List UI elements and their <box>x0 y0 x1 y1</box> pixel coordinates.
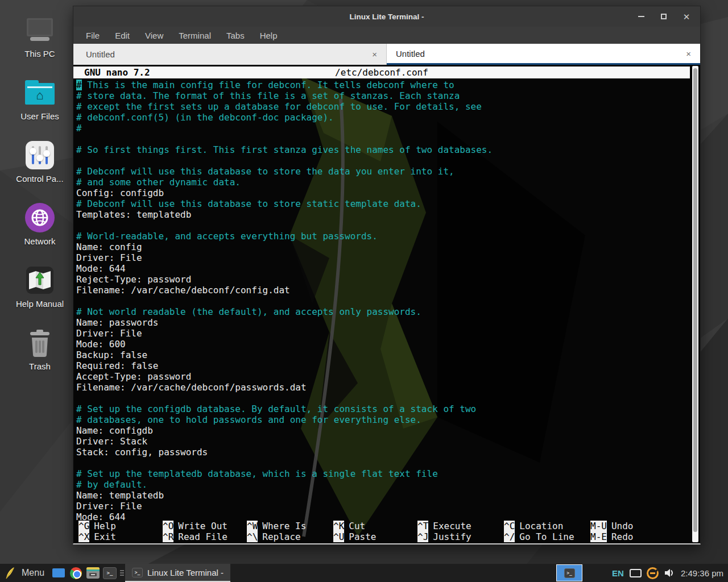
nano-line <box>76 458 690 468</box>
menu-view[interactable]: View <box>143 30 166 41</box>
nano-line: Name: passwords <box>76 317 690 328</box>
nano-line: Config: configdb <box>76 188 690 198</box>
menu-edit[interactable]: Edit <box>113 30 132 41</box>
scrollbar-thumb[interactable] <box>693 68 697 532</box>
tab-bar: Untitled × Untitled × <box>73 44 700 65</box>
maximize-button[interactable] <box>659 12 668 21</box>
tab-close-icon[interactable]: × <box>686 49 691 59</box>
nano-shortcuts-row1: ^GHelp^OWrite Out^WWhere Is^KCut^TExecut… <box>78 521 690 531</box>
terminal-icon: >_ <box>564 568 575 578</box>
nano-line: # Set up the templatedb database, which … <box>76 468 690 479</box>
nano-line: Mode: 644 <box>76 263 690 274</box>
menu-button-label[interactable]: Menu <box>22 568 44 578</box>
network-globe-icon <box>25 201 55 234</box>
nano-line: # So first things first. This first stan… <box>76 144 690 155</box>
computer-icon <box>24 14 56 47</box>
nano-line: Filename: /var/cache/debconf/config.dat <box>76 285 690 296</box>
shortcut-key: ^G <box>78 521 89 531</box>
text-cursor: # <box>76 80 82 90</box>
desktop-icon-control-panel[interactable]: Control Pa... <box>5 139 75 193</box>
nano-line: # <box>76 123 690 134</box>
tray-display-icon[interactable] <box>630 569 642 577</box>
volume-icon[interactable] <box>664 568 675 578</box>
nano-line: # by default. <box>76 479 690 490</box>
linux-lite-logo-icon <box>3 566 16 580</box>
nano-shortcut: ^RRead File <box>163 531 247 542</box>
shortcut-label: Read File <box>178 531 228 542</box>
desktop-icon-label: This PC <box>24 49 55 59</box>
menu-tabs[interactable]: Tabs <box>224 30 247 41</box>
minimize-button[interactable] <box>636 12 646 21</box>
nano-shortcut: ^GHelp <box>78 521 163 531</box>
shortcut-key: M-U <box>590 521 607 531</box>
shortcut-key: ^U <box>333 531 344 542</box>
tray-terminal-button[interactable]: >_ <box>556 564 582 581</box>
desktop-icon-label: User Files <box>20 111 59 121</box>
taskbar: Menu >_ >_ Linux Lite Terminal - <box>0 564 728 582</box>
shortcut-key: ^J <box>417 531 428 542</box>
menu-bar: File Edit View Terminal Tabs Help <box>73 27 700 44</box>
desktop-icon-this-pc[interactable]: This PC <box>5 14 75 68</box>
menu-help[interactable]: Help <box>258 30 280 41</box>
shortcut-label: Go To Line <box>519 531 574 542</box>
desktop-icon-help-manual[interactable]: Help Manual <box>5 264 75 318</box>
terminal-pane[interactable]: GNU nano 7.2 /etc/debconf.conf # This is… <box>73 65 700 543</box>
show-desktop-button[interactable] <box>50 564 67 582</box>
nano-line: # debconf.conf(5) (in the debconf-doc pa… <box>76 112 690 123</box>
chrome-launcher[interactable] <box>67 564 84 582</box>
menu-terminal[interactable]: Terminal <box>176 30 213 41</box>
desktop-icon-user-files[interactable]: ⌂ User Files <box>5 76 75 131</box>
scrollbar[interactable] <box>690 65 700 543</box>
scrollbar-track[interactable] <box>692 66 698 542</box>
nano-editor[interactable]: GNU nano 7.2 /etc/debconf.conf # This is… <box>73 65 690 543</box>
clock[interactable]: 2:49:36 pm <box>681 568 723 578</box>
chrome-icon <box>70 567 82 579</box>
keyboard-layout-indicator[interactable]: EN <box>612 568 624 578</box>
nano-line: Backup: false <box>76 350 690 360</box>
shortcut-label: Execute <box>433 521 471 531</box>
shortcut-label: Replace <box>262 531 300 542</box>
terminal-icon: >_ <box>132 568 143 577</box>
close-button[interactable]: ✕ <box>682 12 691 21</box>
desktop-icon-label: Trash <box>29 361 51 371</box>
desktop-icon-label: Network <box>24 236 55 246</box>
shortcut-key: ^\ <box>247 531 258 542</box>
nano-shortcut: ^JJustify <box>417 531 504 542</box>
nano-file-path: /etc/debconf.conf <box>73 66 690 78</box>
nano-line: Driver: Stack <box>76 436 690 447</box>
tab-untitled-1[interactable]: Untitled × <box>73 44 387 65</box>
app-menu-button[interactable] <box>0 564 19 582</box>
desktop-icon-label: Help Manual <box>16 299 64 309</box>
menu-file[interactable]: File <box>84 30 102 41</box>
shortcut-key: ^W <box>247 521 258 531</box>
terminal-launcher[interactable]: >_ <box>101 564 118 582</box>
shortcut-key: ^C <box>504 521 515 531</box>
task-button-terminal[interactable]: >_ Linux Lite Terminal - <box>125 564 230 582</box>
desktop-icon-trash[interactable]: Trash <box>5 326 75 381</box>
nano-line: # Not world readable (the default), and … <box>76 306 690 317</box>
tab-untitled-2[interactable]: Untitled × <box>387 44 700 65</box>
nano-buffer[interactable]: # This is the main config file for debco… <box>73 78 690 521</box>
task-button-label: Linux Lite Terminal - <box>147 568 224 577</box>
shortcut-label: Where Is <box>262 521 306 531</box>
nano-shortcut: ^\Replace <box>247 531 333 542</box>
window-titlebar[interactable]: Linux Lite Terminal - ✕ <box>73 6 700 27</box>
shortcut-label: Justify <box>433 531 471 542</box>
nano-line: # World-readable, and accepts everything… <box>76 231 690 242</box>
nano-line <box>76 134 690 144</box>
nano-shortcut: ^/Go To Line <box>504 531 590 542</box>
nano-line: Filename: /var/cache/debconf/passwords.d… <box>76 382 690 393</box>
desktop: This PC ⌂ User Files Control Pa... <box>0 0 728 582</box>
nano-line: # Debconf will use this database to stor… <box>76 198 690 209</box>
taskbar-separator <box>118 564 125 582</box>
nano-shortcut-bar: ^GHelp^OWrite Out^WWhere Is^KCut^TExecut… <box>73 521 690 543</box>
file-manager-launcher[interactable] <box>84 564 101 582</box>
home-folder-icon: ⌂ <box>24 76 56 109</box>
nano-line: Required: false <box>76 360 690 371</box>
shortcut-label: Cut <box>349 521 365 531</box>
nano-shortcut: ^CLocation <box>504 521 590 531</box>
update-notifier-icon[interactable] <box>647 567 659 579</box>
nano-line <box>76 155 690 166</box>
tab-close-icon[interactable]: × <box>372 49 377 59</box>
desktop-icon-network[interactable]: Network <box>5 201 75 256</box>
